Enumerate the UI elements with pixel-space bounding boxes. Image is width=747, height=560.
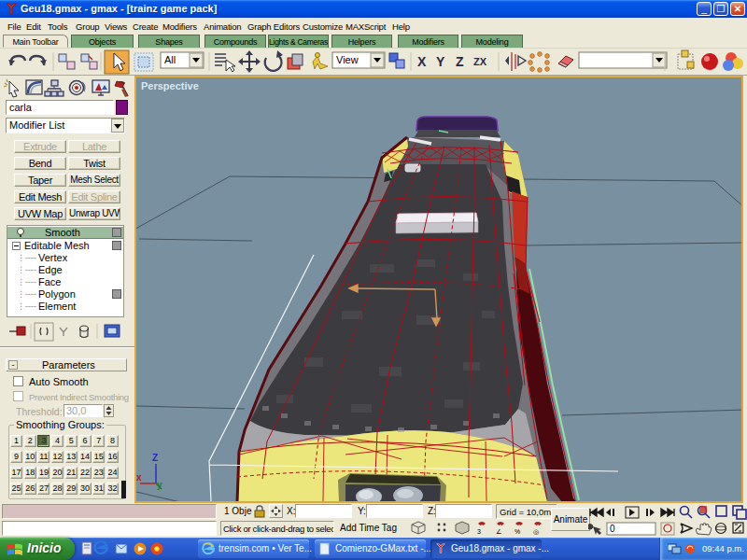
svg-text:∠: ∠ bbox=[496, 528, 501, 535]
svg-text:y: y bbox=[157, 480, 162, 490]
svg-text:◎: ◎ bbox=[533, 528, 539, 535]
svg-text:X: X bbox=[417, 54, 427, 69]
svg-text:0: 0 bbox=[610, 524, 615, 534]
svg-text:View: View bbox=[336, 54, 359, 65]
svg-text:3: 3 bbox=[477, 528, 481, 535]
svg-text:Y: Y bbox=[436, 54, 445, 69]
svg-text:x: x bbox=[136, 472, 142, 483]
svg-text:All: All bbox=[164, 54, 176, 65]
svg-text:ZX: ZX bbox=[473, 56, 487, 67]
svg-text:Z: Z bbox=[456, 54, 464, 69]
svg-text:Z: Z bbox=[152, 453, 158, 463]
svg-text:%: % bbox=[514, 528, 520, 535]
svg-text:Perspective: Perspective bbox=[141, 80, 199, 91]
